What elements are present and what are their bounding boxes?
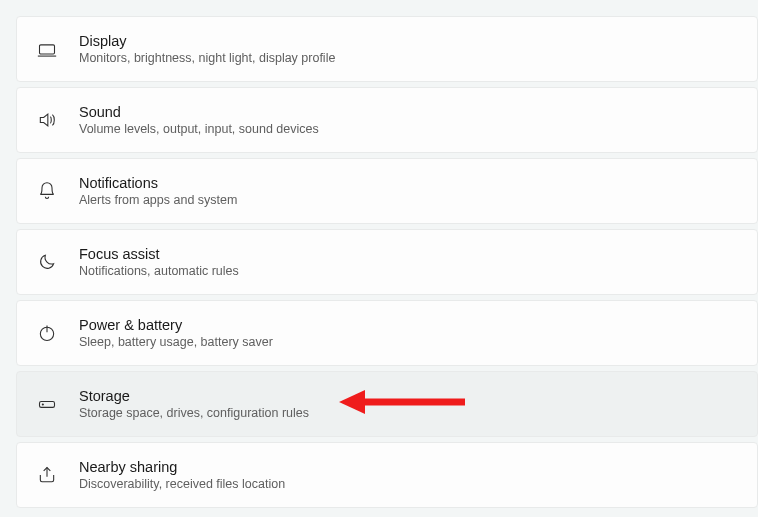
- settings-item-text: Power & battery Sleep, battery usage, ba…: [79, 317, 273, 349]
- display-icon: [35, 37, 59, 61]
- item-desc: Monitors, brightness, night light, displ…: [79, 51, 335, 65]
- settings-item-storage[interactable]: Storage Storage space, drives, configura…: [16, 371, 758, 437]
- arrow-annotation-icon: [337, 385, 467, 423]
- item-title: Display: [79, 33, 335, 49]
- item-title: Power & battery: [79, 317, 273, 333]
- item-desc: Volume levels, output, input, sound devi…: [79, 122, 319, 136]
- settings-item-focus-assist[interactable]: Focus assist Notifications, automatic ru…: [16, 229, 758, 295]
- settings-item-sound[interactable]: Sound Volume levels, output, input, soun…: [16, 87, 758, 153]
- power-icon: [35, 321, 59, 345]
- svg-rect-4: [40, 402, 55, 408]
- settings-item-text: Storage Storage space, drives, configura…: [79, 388, 309, 420]
- moon-icon: [35, 250, 59, 274]
- settings-item-text: Sound Volume levels, output, input, soun…: [79, 104, 319, 136]
- item-desc: Discoverability, received files location: [79, 477, 285, 491]
- settings-list: Display Monitors, brightness, night ligh…: [0, 0, 758, 508]
- share-icon: [35, 463, 59, 487]
- item-desc: Notifications, automatic rules: [79, 264, 239, 278]
- item-desc: Storage space, drives, configuration rul…: [79, 406, 309, 420]
- svg-point-5: [42, 404, 43, 405]
- item-title: Sound: [79, 104, 319, 120]
- item-desc: Alerts from apps and system: [79, 193, 237, 207]
- item-title: Storage: [79, 388, 309, 404]
- item-title: Nearby sharing: [79, 459, 285, 475]
- svg-rect-0: [40, 45, 55, 54]
- item-desc: Sleep, battery usage, battery saver: [79, 335, 273, 349]
- item-title: Focus assist: [79, 246, 239, 262]
- sound-icon: [35, 108, 59, 132]
- settings-item-notifications[interactable]: Notifications Alerts from apps and syste…: [16, 158, 758, 224]
- settings-item-text: Notifications Alerts from apps and syste…: [79, 175, 237, 207]
- item-title: Notifications: [79, 175, 237, 191]
- bell-icon: [35, 179, 59, 203]
- settings-item-text: Nearby sharing Discoverability, received…: [79, 459, 285, 491]
- settings-item-nearby-sharing[interactable]: Nearby sharing Discoverability, received…: [16, 442, 758, 508]
- settings-item-text: Focus assist Notifications, automatic ru…: [79, 246, 239, 278]
- svg-marker-7: [339, 390, 365, 414]
- settings-item-display[interactable]: Display Monitors, brightness, night ligh…: [16, 16, 758, 82]
- settings-item-text: Display Monitors, brightness, night ligh…: [79, 33, 335, 65]
- storage-icon: [35, 392, 59, 416]
- settings-item-power-battery[interactable]: Power & battery Sleep, battery usage, ba…: [16, 300, 758, 366]
